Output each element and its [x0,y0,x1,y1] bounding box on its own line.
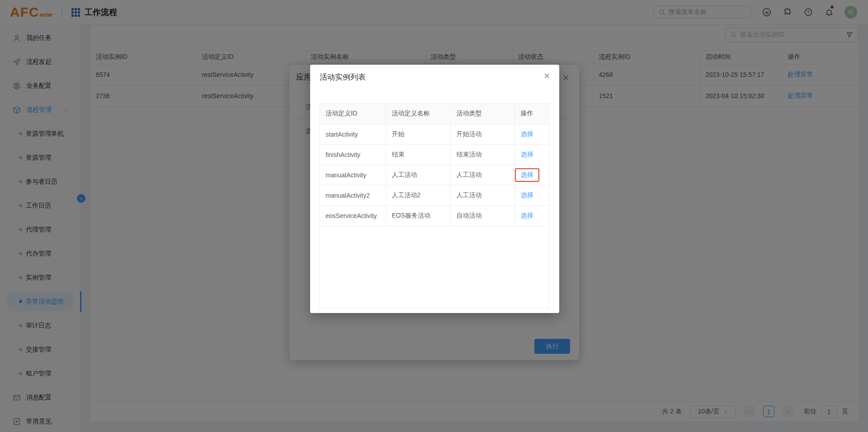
table-row: eosServiceActivity EOS服务活动 自动活动 选择 [320,205,549,226]
select-link[interactable]: 选择 [521,151,533,158]
table-row: manualActivity 人工活动 人工活动 选择 [320,165,549,185]
select-link[interactable]: 选择 [521,191,533,199]
select-link-highlighted[interactable]: 选择 [521,171,533,178]
activity-instance-list-modal: 活动实例列表 ✕ 活动定义ID 活动定义名称 活动类型 操作 startActi… [310,65,559,313]
col-activity-def-name: 活动定义名称 [386,104,450,124]
table-row: manualActivity2 人工活动2 人工活动 选择 [320,185,549,205]
activity-definition-table: 活动定义ID 活动定义名称 活动类型 操作 startActivity 开始 开… [320,104,549,226]
close-icon[interactable]: ✕ [543,71,550,81]
col-actions: 操作 [514,104,549,124]
table-row: startActivity 开始 开始活动 选择 [320,124,549,144]
table-row: finishActivity 结束 结束活动 选择 [320,144,549,165]
col-activity-type: 活动类型 [450,104,514,124]
table-header-row: 活动定义ID 活动定义名称 活动类型 操作 [320,104,549,124]
modal-table-container: 活动定义ID 活动定义名称 活动类型 操作 startActivity 开始 开… [319,103,549,309]
select-link[interactable]: 选择 [521,130,533,138]
select-link[interactable]: 选择 [521,212,533,219]
col-activity-def-id: 活动定义ID [320,104,386,124]
highlight-box: 选择 [515,168,539,182]
modal-title: 活动实例列表 [320,72,366,82]
